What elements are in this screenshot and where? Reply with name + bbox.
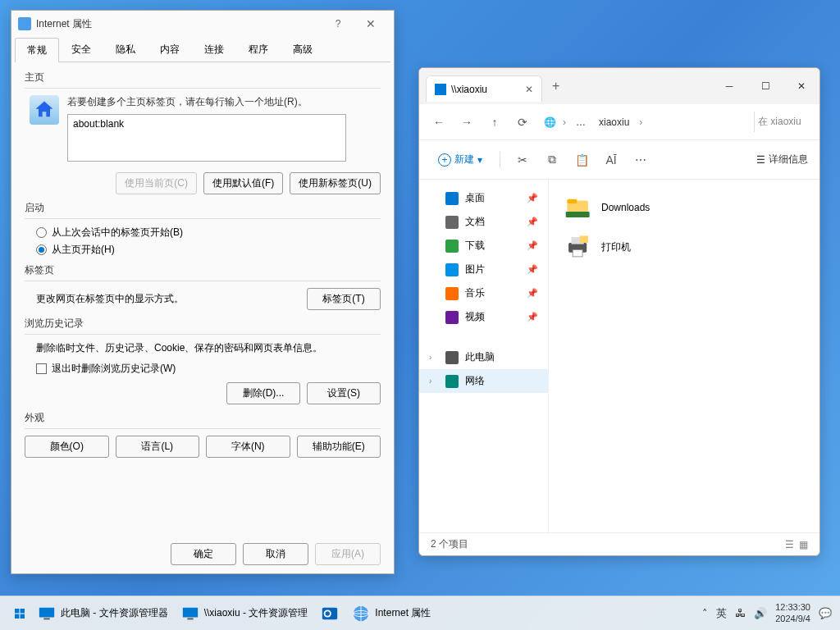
- address-bar[interactable]: 🌐 › … xiaoxiu ›: [539, 115, 749, 130]
- sidebar-network[interactable]: ›网络: [419, 369, 548, 393]
- paste-icon[interactable]: 📋: [569, 148, 594, 172]
- globe-icon: 🌐: [544, 116, 556, 128]
- delete-button[interactable]: 删除(D)...: [226, 382, 300, 404]
- taskbar-outlook[interactable]: [314, 600, 345, 627]
- use-default-button[interactable]: 使用默认值(F): [203, 172, 283, 194]
- cancel-button[interactable]: 取消: [243, 543, 308, 565]
- network-icon[interactable]: 🖧: [735, 607, 746, 619]
- new-button[interactable]: + 新建 ▾: [431, 148, 490, 171]
- minimize-button[interactable]: ─: [711, 73, 747, 99]
- search-input[interactable]: 在 xiaoxiu: [754, 112, 811, 132]
- svg-rect-8: [21, 609, 25, 613]
- tabs-button[interactable]: 标签页(T): [307, 288, 381, 310]
- sidebar-thispc[interactable]: ›此电脑: [419, 345, 548, 369]
- nav-bar: ← → ↑ ⟳ 🌐 › … xiaoxiu › 在 xiaoxiu: [419, 104, 819, 140]
- settings-button[interactable]: 设置(S): [307, 382, 381, 404]
- checkbox-icon: [36, 363, 47, 374]
- forward-button[interactable]: →: [455, 111, 478, 134]
- home-input[interactable]: [67, 114, 346, 162]
- notifications-icon[interactable]: 💬: [819, 607, 832, 619]
- ok-button[interactable]: 确定: [171, 543, 236, 565]
- svg-rect-9: [15, 614, 19, 618]
- help-button[interactable]: ?: [322, 18, 354, 30]
- copy-icon[interactable]: ⧉: [540, 148, 564, 172]
- apply-button: 应用(A): [315, 543, 381, 565]
- sidebar-music[interactable]: 音乐📌: [419, 281, 548, 305]
- svg-rect-14: [187, 618, 193, 619]
- tab-close-icon[interactable]: ✕: [525, 84, 533, 95]
- fonts-button[interactable]: 字体(N): [206, 436, 290, 458]
- explorer-tab[interactable]: \\xiaoxiu ✕: [426, 75, 542, 102]
- chevron-down-icon: ▾: [477, 154, 482, 166]
- svg-rect-10: [21, 614, 25, 618]
- more-icon[interactable]: ⋯: [628, 148, 653, 172]
- details-button[interactable]: ☰ 详细信息: [756, 153, 808, 167]
- ime-indicator[interactable]: 英: [716, 606, 727, 621]
- file-printer[interactable]: 打印机: [560, 227, 808, 267]
- delete-on-exit-checkbox[interactable]: 退出时删除浏览历史记录(W): [36, 362, 381, 376]
- languages-button[interactable]: 语言(L): [116, 436, 200, 458]
- sidebar-desktop[interactable]: 桌面📌: [419, 186, 548, 210]
- svg-rect-2: [566, 212, 590, 217]
- home-desc: 若要创建多个主页标签页，请在每行输入一个地址(R)。: [67, 95, 346, 109]
- file-label: Downloads: [601, 202, 650, 213]
- pin-icon: 📌: [527, 193, 538, 203]
- accessibility-button[interactable]: 辅助功能(E): [297, 436, 381, 458]
- history-desc: 删除临时文件、历史记录、Cookie、保存的密码和网页表单信息。: [36, 341, 381, 355]
- svg-rect-1: [567, 199, 577, 203]
- pin-icon: 📌: [527, 217, 538, 227]
- file-downloads[interactable]: Downloads: [560, 188, 808, 227]
- dialog-icon: [18, 17, 31, 30]
- pin-icon: 📌: [527, 240, 538, 251]
- explorer-titlebar: \\xiaoxiu ✕ + ─ ☐ ✕: [419, 68, 819, 104]
- svg-rect-7: [15, 609, 19, 613]
- volume-icon[interactable]: 🔊: [754, 607, 767, 619]
- tab-privacy[interactable]: 隐私: [103, 37, 148, 62]
- svg-rect-11: [39, 607, 54, 617]
- view-list-icon[interactable]: ☰: [785, 539, 794, 550]
- taskbar: 此电脑 - 文件资源管理器 \\xiaoxiu - 文件资源管理 Interne…: [0, 596, 840, 630]
- colors-button[interactable]: 颜色(O): [25, 436, 109, 458]
- breadcrumb-dots[interactable]: …: [573, 115, 589, 130]
- rename-icon[interactable]: AĪ: [599, 148, 623, 172]
- home-icon: [30, 95, 59, 125]
- startup-home-radio[interactable]: 从主页开始(H): [36, 243, 381, 257]
- pin-icon: 📌: [527, 312, 538, 322]
- close-button[interactable]: ✕: [354, 17, 387, 30]
- dialog-title: Internet 属性: [36, 17, 92, 31]
- startup-last-session-radio[interactable]: 从上次会话中的标签页开始(B): [36, 226, 381, 240]
- view-grid-icon[interactable]: ▦: [799, 539, 808, 550]
- clock[interactable]: 12:33:30 2024/9/4: [775, 602, 810, 623]
- tab-programs[interactable]: 程序: [236, 37, 281, 62]
- svg-rect-6: [580, 235, 588, 243]
- sidebar-pictures[interactable]: 图片📌: [419, 258, 548, 281]
- startup-group-label: 启动: [25, 201, 381, 215]
- toolbar: + 新建 ▾ ✂ ⧉ 📋 AĪ ⋯ ☰ 详细信息: [419, 140, 819, 180]
- tab-advanced[interactable]: 高级: [281, 37, 325, 62]
- sidebar-downloads[interactable]: 下载📌: [419, 234, 548, 258]
- window-close-button[interactable]: ✕: [783, 73, 819, 99]
- breadcrumb-location[interactable]: xiaoxiu: [596, 115, 632, 130]
- up-button[interactable]: ↑: [483, 111, 506, 134]
- tray-chevron-icon[interactable]: ˄: [702, 607, 708, 619]
- pin-icon: 📌: [527, 288, 538, 299]
- maximize-button[interactable]: ☐: [747, 73, 783, 99]
- taskbar-explorer-xiaoxiu[interactable]: \\xiaoxiu - 文件资源管理: [175, 600, 315, 627]
- use-newtab-button[interactable]: 使用新标签页(U): [290, 172, 381, 194]
- refresh-button[interactable]: ⟳: [511, 111, 534, 134]
- start-button[interactable]: [8, 602, 31, 625]
- cut-icon[interactable]: ✂: [510, 148, 535, 172]
- new-tab-button[interactable]: +: [552, 79, 559, 94]
- tab-connections[interactable]: 连接: [192, 37, 236, 62]
- sidebar-documents[interactable]: 文档📌: [419, 210, 548, 234]
- tab-content[interactable]: 内容: [148, 37, 192, 62]
- tab-security[interactable]: 安全: [59, 37, 103, 62]
- back-button[interactable]: ←: [427, 111, 450, 134]
- sidebar-videos[interactable]: 视频📌: [419, 305, 548, 329]
- tab-general[interactable]: 常规: [15, 38, 59, 62]
- tab-title: \\xiaoxiu: [451, 84, 487, 95]
- taskbar-explorer-thispc[interactable]: 此电脑 - 文件资源管理器: [31, 600, 175, 627]
- dialog-footer: 确定 取消 应用(A): [171, 543, 381, 565]
- taskbar-internet-properties[interactable]: Internet 属性: [345, 600, 437, 627]
- pin-icon: 📌: [527, 264, 538, 275]
